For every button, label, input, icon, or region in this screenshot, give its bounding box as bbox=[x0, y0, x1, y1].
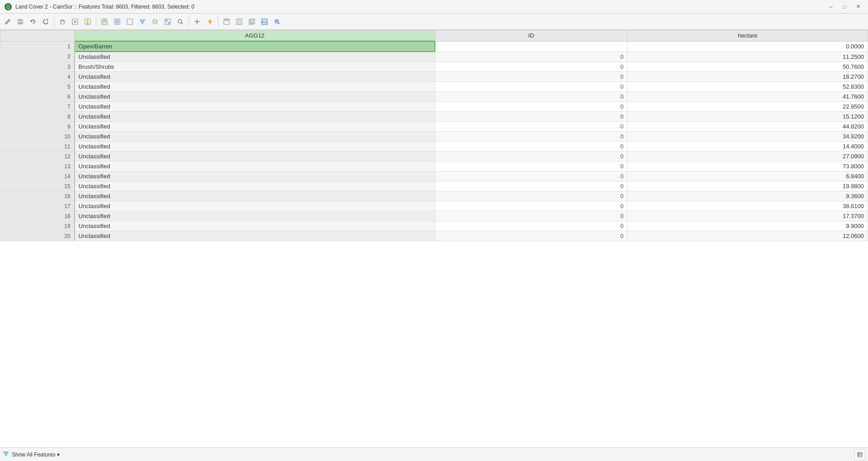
table-row[interactable]: 3Brush/Shrubs050.7600 bbox=[0, 62, 868, 72]
agg12-cell[interactable]: Unclassified bbox=[75, 52, 435, 62]
agg12-cell[interactable]: Unclassified bbox=[75, 191, 435, 201]
agg12-cell[interactable]: Unclassified bbox=[75, 162, 435, 171]
table-row[interactable]: 17Unclassified038.6100 bbox=[0, 201, 868, 211]
svg-rect-26 bbox=[858, 452, 862, 457]
hectare-cell: 44.8200 bbox=[627, 122, 868, 132]
rollback-button[interactable] bbox=[27, 16, 39, 28]
select-filter-button[interactable] bbox=[137, 16, 148, 28]
agg12-cell[interactable]: Unclassified bbox=[75, 102, 435, 112]
agg12-cell[interactable]: Unclassified bbox=[75, 82, 435, 92]
row-number-cell: 1 bbox=[0, 41, 75, 52]
app-icon: Q bbox=[4, 2, 13, 11]
agg12-cell[interactable]: Brush/Shrubs bbox=[75, 62, 435, 72]
agg12-cell[interactable]: Unclassified bbox=[75, 201, 435, 211]
filter-icon bbox=[3, 451, 9, 458]
organize-columns-button[interactable] bbox=[233, 16, 245, 28]
invert-selection-button[interactable] bbox=[162, 16, 174, 28]
maximize-button[interactable]: □ bbox=[838, 2, 851, 12]
row-number-cell: 15 bbox=[0, 181, 75, 191]
hectare-cell: 52.8300 bbox=[627, 82, 868, 92]
svg-rect-4 bbox=[19, 19, 21, 21]
window-controls: ─ □ ✕ bbox=[825, 2, 864, 12]
table-row[interactable]: 12Unclassified027.0900 bbox=[0, 152, 868, 162]
id-cell: 0 bbox=[435, 201, 627, 211]
table-row[interactable]: 18Unclassified017.3700 bbox=[0, 211, 868, 221]
agg12-cell[interactable]: Unclassified bbox=[75, 231, 435, 241]
id-cell: 0 bbox=[435, 112, 627, 122]
reload-button[interactable] bbox=[40, 16, 52, 28]
table-row[interactable]: 8Unclassified015.1200 bbox=[0, 112, 868, 122]
toggle-docked-button[interactable] bbox=[221, 16, 232, 28]
table-row[interactable]: 13Unclassified073.8000 bbox=[0, 162, 868, 171]
hectare-cell: 12.0600 bbox=[627, 231, 868, 241]
table-view-button[interactable] bbox=[854, 449, 865, 460]
deselect-all-button[interactable] bbox=[124, 16, 136, 28]
table-row[interactable]: 2Unclassified011.2500 bbox=[0, 52, 868, 62]
id-cell: 0 bbox=[435, 102, 627, 112]
row-number-cell: 14 bbox=[0, 171, 75, 181]
agg12-cell[interactable]: Unclassified bbox=[75, 152, 435, 162]
id-header[interactable]: ID bbox=[435, 30, 627, 42]
pan-to-feature-button[interactable] bbox=[191, 16, 203, 28]
hectare-cell: 9.9000 bbox=[627, 221, 868, 231]
table-row[interactable]: 14Unclassified06.8400 bbox=[0, 171, 868, 181]
hectare-cell: 50.7600 bbox=[627, 62, 868, 72]
agg12-cell[interactable]: Unclassified bbox=[75, 181, 435, 191]
svg-rect-22 bbox=[250, 19, 255, 24]
table-header-row: AGG12 ID hectare bbox=[0, 30, 868, 42]
open-field-calc-button[interactable]: ∑ bbox=[82, 16, 94, 28]
row-number-cell: 6 bbox=[0, 92, 75, 102]
table-row[interactable]: 4Unclassified018.2700 bbox=[0, 72, 868, 82]
hectare-cell: 27.0900 bbox=[627, 152, 868, 162]
row-number-cell: 8 bbox=[0, 112, 75, 122]
zoom-to-selection-button[interactable] bbox=[175, 16, 186, 28]
agg12-cell[interactable]: Unclassified bbox=[75, 72, 435, 82]
minimize-button[interactable]: ─ bbox=[825, 2, 837, 12]
row-number-cell: 11 bbox=[0, 142, 75, 152]
table-row[interactable]: 11Unclassified014.4000 bbox=[0, 142, 868, 152]
hectare-cell: 41.7600 bbox=[627, 92, 868, 102]
table-row[interactable]: 5Unclassified052.8300 bbox=[0, 82, 868, 92]
agg12-cell[interactable]: Unclassified bbox=[75, 221, 435, 231]
show-all-features-button[interactable]: Show All Features ▾ bbox=[12, 451, 60, 458]
svg-text:ALL: ALL bbox=[262, 20, 268, 24]
table-row[interactable]: 7Unclassified022.9500 bbox=[0, 102, 868, 112]
agg12-cell[interactable]: Unclassified bbox=[75, 92, 435, 102]
lookup-button[interactable] bbox=[271, 16, 283, 28]
agg12-cell[interactable]: Unclassified bbox=[75, 171, 435, 181]
conditional-format-button[interactable] bbox=[99, 16, 110, 28]
close-button[interactable]: ✕ bbox=[852, 2, 864, 12]
agg12-cell[interactable]: Unclassified bbox=[75, 142, 435, 152]
flash-feature-button[interactable] bbox=[204, 16, 216, 28]
table-row[interactable]: 10Unclassified034.9200 bbox=[0, 132, 868, 142]
copy-all-button[interactable]: ALL bbox=[259, 16, 270, 28]
edit-pencil-button[interactable] bbox=[2, 16, 14, 28]
delete-selected-button[interactable] bbox=[57, 16, 68, 28]
status-bar: Show All Features ▾ bbox=[0, 447, 868, 461]
hectare-header[interactable]: hectare bbox=[627, 30, 868, 42]
save-edits-button[interactable] bbox=[14, 16, 26, 28]
table-row[interactable]: 1Open/Barren0.0000 bbox=[0, 41, 868, 52]
agg12-cell[interactable]: Unclassified bbox=[75, 211, 435, 221]
agg12-header[interactable]: AGG12 bbox=[75, 30, 435, 42]
row-number-cell: 19 bbox=[0, 221, 75, 231]
id-cell: 0 bbox=[435, 72, 627, 82]
table-row[interactable]: 9Unclassified044.8200 bbox=[0, 122, 868, 132]
table-row[interactable]: 20Unclassified012.0600 bbox=[0, 231, 868, 241]
select-all-button[interactable] bbox=[111, 16, 123, 28]
id-cell bbox=[435, 41, 627, 52]
new-field-button[interactable] bbox=[69, 16, 81, 28]
agg12-cell[interactable]: Unclassified bbox=[75, 112, 435, 122]
agg12-cell[interactable]: Open/Barren bbox=[75, 41, 435, 52]
table-row[interactable]: 19Unclassified09.9000 bbox=[0, 221, 868, 231]
id-cell: 0 bbox=[435, 221, 627, 231]
agg12-cell[interactable]: Unclassified bbox=[75, 122, 435, 132]
copy-selected-button[interactable] bbox=[246, 16, 258, 28]
hectare-cell: 22.9500 bbox=[627, 102, 868, 112]
move-selection-button[interactable] bbox=[149, 16, 161, 28]
agg12-cell[interactable]: Unclassified bbox=[75, 132, 435, 142]
table-row[interactable]: 6Unclassified041.7600 bbox=[0, 92, 868, 102]
svg-rect-15 bbox=[165, 19, 168, 22]
table-row[interactable]: 15Unclassified019.9800 bbox=[0, 181, 868, 191]
table-row[interactable]: 16Unclassified09.3600 bbox=[0, 191, 868, 201]
